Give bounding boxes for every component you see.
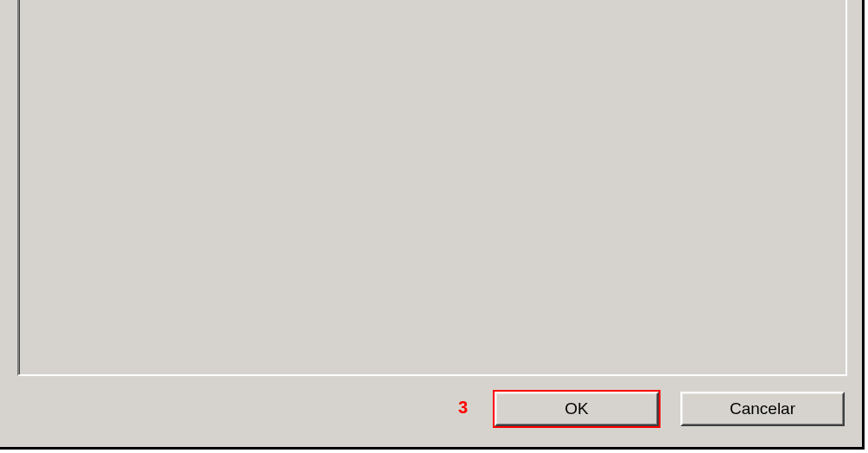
ok-button[interactable]: OK: [495, 392, 659, 426]
dialog-window: 3 OK Cancelar: [0, 0, 865, 450]
cancel-button[interactable]: Cancelar: [680, 392, 845, 426]
annotation-number: 3: [458, 398, 468, 418]
ok-button-label: OK: [496, 393, 657, 424]
content-panel: [17, 0, 847, 376]
cancel-button-label: Cancelar: [682, 393, 843, 424]
